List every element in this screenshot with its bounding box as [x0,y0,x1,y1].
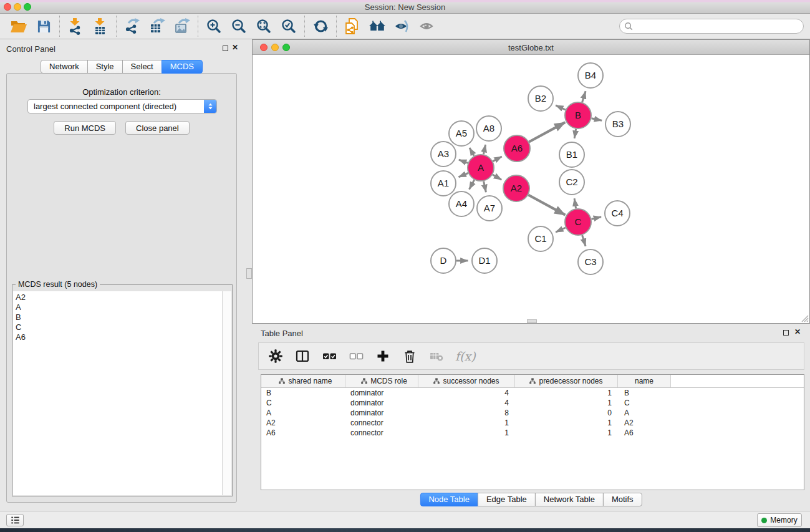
graph-node-C2[interactable]: C2 [559,170,584,195]
network-file-button[interactable] [340,16,365,37]
show-columns-button[interactable] [294,347,311,365]
export-image-button[interactable] [170,16,195,37]
graph-node-A3[interactable]: A3 [431,142,456,167]
graph-edge-A-A2[interactable] [493,175,501,180]
graph-node-C4[interactable]: C4 [605,201,630,226]
add-row-button[interactable] [375,347,391,365]
node-table-row[interactable]: A6connector11A6 [261,428,804,438]
export-network-button[interactable] [120,16,145,37]
mcds-result-item[interactable]: B [13,312,222,322]
mcds-result-item[interactable]: A6 [13,332,222,342]
graph-node-A8[interactable]: A8 [476,116,501,141]
graph-node-B1[interactable]: B1 [559,142,584,167]
mcds-result-item[interactable]: A2 [13,293,222,302]
search-input[interactable] [619,19,804,34]
graph-edge-C-C2[interactable] [574,198,576,208]
close-panel-button[interactable]: Close panel [125,121,190,135]
splitter-handle[interactable] [246,268,252,279]
zoom-in-button[interactable] [201,16,226,37]
export-table-button[interactable] [145,16,170,37]
graph-node-B4[interactable]: B4 [578,63,603,88]
zoom-selected-button[interactable] [276,16,301,37]
deselect-all-button[interactable] [348,347,364,365]
graph-node-C[interactable]: C [565,209,591,235]
close-table-panel-icon[interactable]: ✕ [794,327,801,336]
network-canvas[interactable]: B4B2BB3A5A8A6A3AB1A1C2A2A4A7CC4C1C3DD1 [253,55,809,323]
graph-node-C1[interactable]: C1 [528,226,553,251]
close-panel-icon[interactable]: ✕ [232,43,238,52]
graph-node-A7[interactable]: A7 [477,196,502,221]
node-table-row[interactable]: A2connector11A2 [261,418,804,428]
column-header-shared-name[interactable]: shared name [261,375,345,387]
column-header-successor-nodes[interactable]: successor nodes [418,375,515,387]
tab-motifs[interactable]: Motifs [603,493,642,506]
graph-node-A6[interactable]: A6 [504,135,530,162]
canvas-hscroll-thumb[interactable] [527,319,537,323]
mcds-result-item[interactable]: A [13,302,222,312]
task-history-button[interactable] [6,514,24,526]
import-table-button[interactable] [88,16,113,37]
tab-style[interactable]: Style [87,60,123,74]
import-network-button[interactable] [63,16,88,37]
mcds-list-scrollbar[interactable] [223,291,231,495]
tab-select[interactable]: Select [122,60,162,74]
graph-node-A4[interactable]: A4 [449,191,474,216]
graph-edge-A-A6[interactable] [493,157,501,162]
graph-edge-C-C1[interactable] [556,228,566,232]
graph-edge-A-A8[interactable] [483,145,485,155]
node-table-row[interactable]: Bdominator41B [261,388,804,398]
save-session-button[interactable] [31,16,56,37]
node-table-row[interactable]: Cdominator41C [261,398,804,408]
delete-row-button[interactable] [402,347,418,365]
show-panels-button[interactable] [415,16,440,37]
graph-node-A1[interactable]: A1 [431,171,456,196]
graph-node-D[interactable]: D [431,248,456,273]
tab-node-table[interactable]: Node Table [420,493,478,506]
graph-edge-B-B3[interactable] [592,118,602,121]
graph-node-B3[interactable]: B3 [605,112,630,137]
tab-network[interactable]: Network [41,60,88,74]
criterion-select[interactable]: largest connected component (directed) [27,99,217,114]
graph-node-C3[interactable]: C3 [578,249,603,274]
graph-edge-C-C4[interactable] [592,217,602,220]
float-table-panel-icon[interactable] [783,330,789,336]
select-all-button[interactable] [321,347,337,365]
zoom-out-button[interactable] [226,16,251,37]
graph-edge-B-B1[interactable] [574,129,576,138]
graph-edge-A-A7[interactable] [484,181,486,193]
graph-node-A2[interactable]: A2 [503,175,529,201]
column-header-predecessor-nodes[interactable]: predecessor nodes [515,375,618,387]
memory-button[interactable]: Memory [757,513,802,527]
graph-node-B[interactable]: B [565,102,591,128]
tab-network-table[interactable]: Network Table [535,493,604,506]
graph-edge-A2-C[interactable] [528,195,565,215]
column-header-name[interactable]: name [618,375,671,387]
graph-node-A[interactable]: A [468,155,494,181]
hide-panels-button[interactable] [390,16,415,37]
graph-edge-A-A1[interactable] [459,173,468,177]
graph-edge-A-A3[interactable] [459,160,468,163]
select-stepper[interactable] [204,100,216,113]
refresh-layout-button[interactable] [308,16,333,37]
mcds-result-item[interactable]: C [13,322,222,332]
table-options-button[interactable] [268,347,284,365]
open-session-button[interactable] [6,16,31,37]
node-table-row[interactable]: Adominator80A [261,408,804,418]
home-view-button[interactable] [365,16,390,37]
graph-node-A5[interactable]: A5 [449,121,474,146]
graph-edge-A-A5[interactable] [470,148,474,156]
graph-edge-A-A4[interactable] [470,180,475,189]
graph-node-D1[interactable]: D1 [472,248,497,273]
graph-edge-B-B4[interactable] [582,91,586,102]
resize-grip[interactable] [800,314,809,322]
graph-edge-B-B2[interactable] [556,105,566,110]
float-panel-icon[interactable] [223,46,228,51]
graph-edge-C-C3[interactable] [582,235,586,246]
graph-edge-A6-B[interactable] [529,122,565,142]
graph-node-B2[interactable]: B2 [528,86,553,111]
zoom-fit-button[interactable] [251,16,276,37]
tab-mcds[interactable]: MCDS [162,60,203,74]
run-mcds-button[interactable]: Run MCDS [54,121,116,135]
tab-edge-table[interactable]: Edge Table [478,493,536,506]
column-header-mcds-role[interactable]: MCDS role [345,375,418,387]
